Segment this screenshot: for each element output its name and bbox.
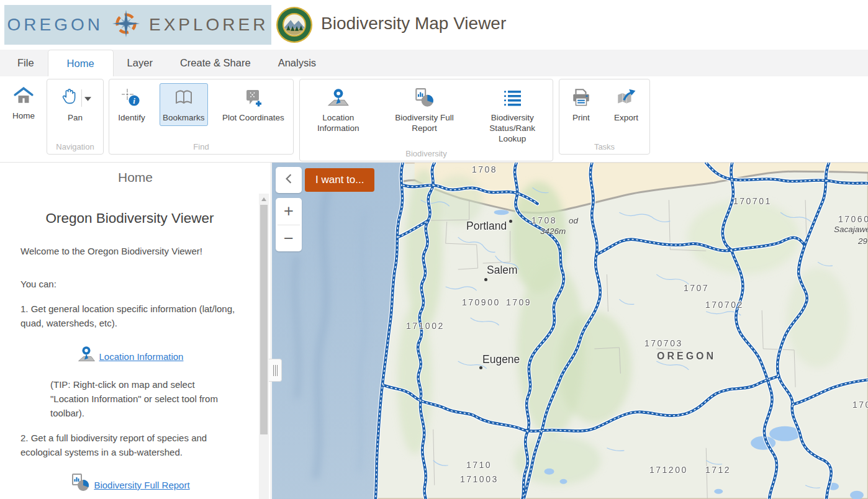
tab-analysis[interactable]: Analysis <box>264 50 330 76</box>
huc-label-1712: 1712 <box>705 465 731 475</box>
export-button-label: Export <box>614 112 638 123</box>
chevron-down-icon[interactable] <box>84 92 91 104</box>
tab-layer[interactable]: Layer <box>114 50 166 76</box>
location-information-link-row: Location Information <box>20 344 239 369</box>
biodiversity-full-report-button[interactable]: Biodiversity Full Report <box>381 83 468 137</box>
peak-label-hood-fragment: od <box>569 216 578 225</box>
group-label-biodiversity: Biodiversity <box>300 149 553 158</box>
panel-content: Oregon Biodiversity Viewer Welcome to th… <box>20 200 239 499</box>
state-label-oregon: OREGON <box>657 351 716 362</box>
huc-label-170900: 170900 <box>462 297 500 307</box>
city-label-salem: Salem <box>487 264 518 277</box>
pan-hand-icon <box>59 86 79 110</box>
bookmarks-icon <box>173 86 194 110</box>
biodiversity-full-report-icon <box>413 86 435 110</box>
tab-file[interactable]: File <box>4 50 48 76</box>
location-information-icon <box>327 86 350 110</box>
print-button-label: Print <box>572 112 590 123</box>
logo-word-explorer: EXPLORER <box>149 15 269 35</box>
svg-text:i: i <box>133 96 135 106</box>
location-information-link[interactable]: Location Information <box>99 349 184 364</box>
biodiversity-full-report-link[interactable]: Biodiversity Full Report <box>94 478 189 492</box>
home-icon <box>13 84 34 108</box>
zoom-control: + − <box>276 198 302 251</box>
huc-label-170701: 170701 <box>733 196 772 206</box>
menu-tabbar: File Home Layer Create & Share Analysis <box>0 50 868 76</box>
identify-button[interactable]: i Identify <box>115 83 148 126</box>
chevron-left-icon <box>284 173 293 187</box>
huc-label-1710: 1710 <box>466 460 492 470</box>
home-button-label: Home <box>12 110 35 121</box>
peak-elev-sacajawea: 29 <box>858 236 867 246</box>
item1-text: 1. Get general location specific informa… <box>20 302 239 330</box>
biodiversity-status-rank-lookup-button[interactable]: Biodiversity Status/Rank Lookup <box>476 83 548 147</box>
huc-label-1708: 1708 <box>472 164 497 174</box>
huc-label-1708-hood: 1708 <box>531 215 557 225</box>
divider <box>81 89 82 107</box>
city-label-eugene: Eugene <box>482 353 520 366</box>
i-want-to-button[interactable]: I want to... <box>305 168 374 192</box>
group-label-find: Find <box>109 142 293 151</box>
group-label-tasks: Tasks <box>559 142 649 151</box>
export-button[interactable]: Export <box>611 83 641 126</box>
sidebar-scrollbar-thumb[interactable] <box>260 205 268 434</box>
scrollbar-up-arrow-icon[interactable] <box>261 197 266 201</box>
panel-collapse-button[interactable] <box>276 167 302 193</box>
tab-create-share[interactable]: Create & Share <box>166 50 264 76</box>
bookmarks-button[interactable]: Bookmarks <box>160 83 208 126</box>
biodiversity-full-report-button-label: Biodiversity Full Report <box>384 112 464 133</box>
huc-label-17060: 17060 <box>838 214 868 224</box>
biodiversity-status-rank-lookup-button-label: Biodiversity Status/Rank Lookup <box>479 112 545 144</box>
pan-button-label: Pan <box>68 112 83 123</box>
location-information-button-label: Location Information <box>307 112 369 133</box>
bookmarks-button-label: Bookmarks <box>163 112 205 123</box>
huc-label-1707: 1707 <box>684 283 709 293</box>
peak-label-sacajawea: Sacajawea <box>834 225 868 234</box>
oregon-explorer-logo: OREGON EXPLORER <box>4 5 271 45</box>
tab-home[interactable]: Home <box>48 50 114 76</box>
page-title: Biodiversity Map Viewer <box>321 14 506 34</box>
biodiversity-full-report-link-row: Biodiversity Full Report <box>20 473 239 497</box>
huc-label-170702: 170702 <box>705 300 744 310</box>
plot-coordinates-button[interactable]: Plot Coordinates <box>219 83 287 126</box>
logo-word-oregon: OREGON <box>7 15 103 35</box>
huc-label-1705: 1705 <box>852 400 868 410</box>
compass-rose-icon <box>112 9 140 40</box>
group-find: i Identify Bookmarks <box>109 79 294 155</box>
group-biodiversity: Location Information Biodiversity Full R… <box>299 79 553 161</box>
home-panel: Home Oregon Biodiversity Viewer Welcome … <box>0 163 271 499</box>
home-button[interactable]: Home <box>6 81 41 124</box>
map-canvas[interactable] <box>272 163 868 499</box>
viewer-heading: Oregon Biodiversity Viewer <box>20 211 239 225</box>
export-icon <box>615 86 636 110</box>
identify-button-label: Identify <box>118 112 145 123</box>
pan-button[interactable]: Pan <box>56 83 94 126</box>
huc-label-171003: 171003 <box>460 474 499 484</box>
city-dot-salem <box>484 278 487 281</box>
biodiversity-full-report-icon <box>70 473 91 497</box>
main-area: Home Oregon Biodiversity Viewer Welcome … <box>0 163 868 499</box>
peak-elev-hood: 3426m <box>540 227 566 236</box>
map-viewport[interactable]: 1708 170701 17060 Sacajawea 29 1707 1707… <box>272 163 868 499</box>
zoom-in-button[interactable]: + <box>276 198 302 225</box>
welcome-text: Welcome to the Oregon Biodiversity Viewe… <box>20 244 239 258</box>
group-tasks: Print Export Tasks <box>559 79 650 155</box>
location-information-button[interactable]: Location Information <box>304 83 373 137</box>
group-navigation: Pan Navigation <box>47 79 104 155</box>
oregon-department-of-forestry-seal <box>275 6 314 44</box>
you-can-text: You can: <box>20 277 239 291</box>
zoom-out-button[interactable]: − <box>276 225 302 252</box>
panel-title: Home <box>0 170 271 185</box>
item2-text: 2. Get a full biodiversity report of spe… <box>20 431 239 459</box>
city-dot-portland <box>509 220 512 223</box>
huc-label-170703: 170703 <box>644 338 683 348</box>
panel-resize-handle[interactable] <box>269 359 282 382</box>
city-label-portland: Portland <box>466 220 507 233</box>
huc-label-1709: 1709 <box>506 297 531 307</box>
print-icon <box>571 86 592 110</box>
plot-coordinates-icon <box>243 86 263 110</box>
group-label-navigation: Navigation <box>47 142 103 151</box>
print-button[interactable]: Print <box>567 83 595 126</box>
huc-label-171002: 171002 <box>406 321 445 331</box>
location-information-icon <box>76 344 96 369</box>
